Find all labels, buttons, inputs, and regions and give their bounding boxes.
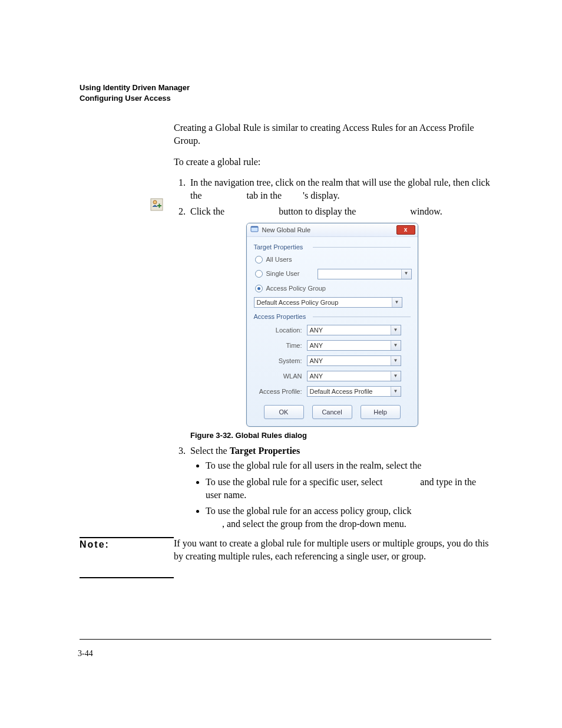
step-2: Click the button to display the window. bbox=[188, 205, 491, 441]
radio-single-user-row[interactable]: Single User ▼ bbox=[254, 266, 418, 282]
radio-access-policy-group[interactable] bbox=[255, 285, 263, 292]
chevron-down-icon[interactable]: ▼ bbox=[391, 356, 401, 365]
access-properties-label: Access Properties bbox=[254, 312, 411, 321]
step-1: In the navigation tree, click on the rea… bbox=[188, 176, 491, 202]
radio-apg-row[interactable]: Access Policy Group bbox=[254, 282, 411, 295]
single-user-input[interactable]: ▼ bbox=[318, 269, 412, 279]
figure-caption: Figure 3-32. Global Rules dialog bbox=[190, 430, 491, 441]
radio-single-user[interactable] bbox=[255, 270, 263, 278]
svg-point-3 bbox=[153, 200, 157, 204]
lead-sentence: To create a global rule: bbox=[174, 156, 491, 169]
dialog-titlebar: New Global Rule x bbox=[247, 223, 418, 237]
location-select[interactable]: ANY▼ bbox=[307, 325, 401, 335]
page-number: 3-44 bbox=[78, 649, 93, 658]
system-label: System: bbox=[254, 357, 307, 365]
wlan-label: WLAN bbox=[254, 372, 307, 381]
time-select[interactable]: ANY▼ bbox=[307, 340, 401, 351]
page-header: Using Identity Driven Manager Configurin… bbox=[80, 83, 491, 104]
wlan-select[interactable]: ANY▼ bbox=[307, 371, 401, 381]
dialog-icon bbox=[250, 225, 259, 235]
bullet-apg: To use the global rule for an access pol… bbox=[206, 505, 491, 530]
chevron-down-icon[interactable]: ▼ bbox=[391, 341, 401, 350]
radio-single-user-label: Single User bbox=[266, 269, 300, 278]
radio-all-users-label: All Users bbox=[266, 255, 292, 264]
toolbar-icon bbox=[150, 198, 163, 211]
chevron-down-icon[interactable]: ▼ bbox=[391, 325, 401, 335]
location-label: Location: bbox=[254, 326, 307, 335]
time-label: Time: bbox=[254, 341, 307, 350]
chevron-down-icon[interactable]: ▼ bbox=[391, 387, 401, 396]
chevron-down-icon[interactable]: ▼ bbox=[391, 371, 401, 381]
note-body: If you want to create a global rule for … bbox=[174, 537, 491, 578]
system-select[interactable]: ANY▼ bbox=[307, 355, 401, 366]
dialog-title: New Global Rule bbox=[262, 226, 396, 235]
apg-value: Default Access Policy Group bbox=[257, 298, 339, 307]
radio-apg-label: Access Policy Group bbox=[266, 284, 326, 293]
svg-rect-1 bbox=[251, 226, 258, 228]
access-profile-select[interactable]: Default Access Profile▼ bbox=[307, 386, 401, 397]
new-global-rule-dialog: New Global Rule x Target Properties All … bbox=[246, 223, 418, 427]
bullet-all-users: To use the global rule for all users in … bbox=[206, 459, 491, 472]
bullet-single-user: To use the global rule for a specific us… bbox=[206, 476, 491, 501]
header-line-2: Configuring User Access bbox=[80, 93, 491, 104]
chevron-down-icon[interactable]: ▼ bbox=[401, 269, 411, 279]
svg-rect-2 bbox=[151, 199, 163, 210]
close-icon[interactable]: x bbox=[396, 225, 415, 235]
cancel-button[interactable]: Cancel bbox=[312, 405, 352, 419]
access-profile-label: Access Profile: bbox=[254, 387, 307, 396]
svg-rect-5 bbox=[159, 204, 160, 208]
help-button[interactable]: Help bbox=[361, 405, 401, 419]
radio-all-users-row[interactable]: All Users bbox=[254, 253, 411, 266]
note-label: Note: bbox=[80, 537, 174, 578]
header-line-1: Using Identity Driven Manager bbox=[80, 83, 491, 93]
radio-all-users[interactable] bbox=[255, 256, 263, 263]
step-3: Select the Target Properties To use the … bbox=[188, 444, 491, 531]
intro-paragraph: Creating a Global Rule is similar to cre… bbox=[174, 121, 491, 147]
ok-button[interactable]: OK bbox=[264, 405, 304, 419]
footer-rule bbox=[80, 639, 491, 640]
apg-select[interactable]: Default Access Policy Group ▼ bbox=[254, 297, 402, 308]
chevron-down-icon[interactable]: ▼ bbox=[392, 298, 402, 307]
target-properties-label: Target Properties bbox=[254, 243, 411, 252]
